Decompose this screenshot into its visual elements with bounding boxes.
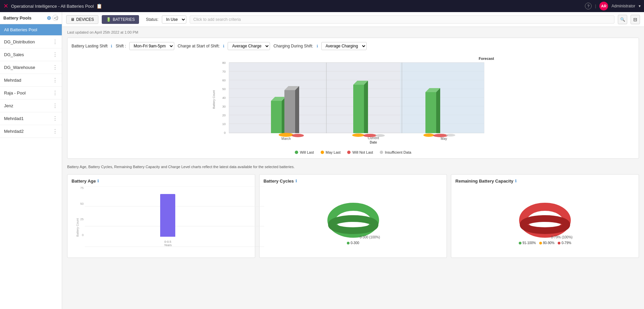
svg-marker-37 [364,81,368,133]
item-menu-dots[interactable]: ⋮ [52,64,58,71]
x-axis-title: Years [85,243,251,247]
svg-rect-41 [425,92,436,133]
svg-text:30: 30 [222,105,225,108]
svg-point-52 [331,219,375,231]
add-pool-icon[interactable]: ⊕ [47,15,51,21]
remaining-capacity-info[interactable]: ℹ [515,179,516,183]
sidebar-header-icons: ⊕ ◁ [47,15,58,21]
devices-tab[interactable]: 🖥 DEVICES [66,15,98,24]
status-select[interactable]: In Use [162,15,186,24]
cycles-legend: 0-300 [347,241,359,245]
legend-label: Will Last [300,150,314,154]
legend-dot [558,242,560,244]
item-menu-dots[interactable]: ⋮ [52,90,58,96]
sidebar-item-label: Mehrdad [4,78,21,83]
charge-start-select[interactable]: Average Charge [228,42,270,50]
svg-text:80: 80 [222,61,225,65]
legend-dot [347,151,351,154]
sidebar-item-mehrdad2[interactable]: Mehrdad2⋮ [0,125,62,138]
svg-marker-43 [436,88,440,133]
remaining-capacity-card: Remaining Battery Capacity ℹ 0-79% (100%… [451,174,639,258]
battery-age-info[interactable]: ℹ [97,179,99,183]
help-icon[interactable]: ? [585,3,592,9]
batteries-tab[interactable]: 🔋 BATTERIES [102,15,139,24]
battery-cycles-donut: 0-300 (100%) 0-300 [264,186,443,254]
sidebar: Battery Pools ⊕ ◁ All Batteries PoolDG_D… [0,12,62,309]
svg-text:50: 50 [222,87,225,91]
search-button[interactable]: 🔍 [618,15,627,24]
svg-text:Battery Count: Battery Count [212,90,216,109]
legend-item: Will Not Last [347,150,373,154]
sidebar-item-dg_warehouse[interactable]: DG_Warehouse⋮ [0,61,62,74]
battery-cycles-card: Battery Cycles ℹ 0-300 (100%) 0-300 [259,174,447,258]
legend-label: 0-300 [351,241,359,245]
search-input[interactable]: Click to add search criteria [190,15,614,24]
status-label: Status: [146,17,158,22]
svg-text:60: 60 [222,79,225,82]
sidebar-header: Battery Pools ⊕ ◁ [0,12,62,24]
charge-start-label: Charge at Start of Shift: [178,44,220,48]
shift-select[interactable]: Mon-Fri 9am-5pm [129,42,174,50]
avatar: AR [599,2,608,10]
svg-point-46 [446,134,455,137]
share-icon[interactable]: 📋 [96,3,102,9]
item-menu-dots[interactable]: ⋮ [52,51,58,58]
battery-lasting-info[interactable]: ℹ [111,44,112,48]
close-icon[interactable]: ✕ [3,2,8,10]
sidebar-item-dg_sales[interactable]: DG_Sales⋮ [0,48,62,61]
sidebar-item-mehrdad[interactable]: Mehrdad⋮ [0,74,62,87]
item-menu-dots[interactable]: ⋮ [52,103,58,109]
collapse-icon[interactable]: ◁ [52,15,58,21]
legend-label: 0-79% [561,241,571,245]
legend-dot [321,151,324,154]
filter-button[interactable]: ⊟ [631,15,640,24]
item-menu-dots[interactable]: ⋮ [52,77,58,83]
legend-item: Insufficient Data [380,150,411,154]
sidebar-item-jenz[interactable]: Jenz⋮ [0,100,62,112]
svg-text:10: 10 [222,122,225,126]
sidebar-item-allbatteriespool[interactable]: All Batteries Pool [0,24,62,36]
cycles-legend-item: 0-300 [347,241,359,245]
legend-label: Insufficient Data [385,150,411,154]
sidebar-item-label: Raja - Pool [4,90,26,95]
capacity-legend-item: 91-100% [519,241,536,245]
filter-icon: ⊟ [633,17,637,22]
svg-marker-32 [295,86,299,133]
nav-right: ? | AR Administrator ▾ [585,2,641,10]
divider: | [595,4,596,8]
battery-cycles-info[interactable]: ℹ [295,179,297,183]
chart-legend: Will Last May Last Will Not Last Insuffi… [72,150,635,154]
sidebar-title: Battery Pools [3,15,32,21]
svg-text:40: 40 [222,96,225,100]
svg-text:70: 70 [222,70,225,73]
capacity-donut-svg [518,195,572,242]
charge-start-info[interactable]: ℹ [223,44,224,48]
svg-text:20: 20 [222,114,225,117]
devices-icon: 🖥 [71,17,75,22]
svg-rect-35 [353,85,364,133]
svg-point-33 [279,133,293,137]
item-menu-dots[interactable]: ⋮ [52,128,58,134]
sidebar-item-raja-pool[interactable]: Raja - Pool⋮ [0,87,62,100]
top-nav: ✕ Operational Intelligence - All Batteri… [0,0,644,12]
bar-chart-svg: 0 10 20 30 40 50 60 70 80 Battery Count [209,56,498,147]
charging-during-info[interactable]: ℹ [317,44,318,48]
svg-point-40 [375,134,385,137]
app-title: Operational Intelligence - All Batteries… [11,4,94,9]
forecast-label: Forecast [479,56,494,61]
svg-rect-30 [284,90,295,133]
svg-point-38 [352,133,364,137]
cycles-outside-label: 0-300 (100%) [360,235,380,239]
legend-label: 80-90% [543,241,554,245]
legend-dot [519,242,521,244]
svg-rect-27 [271,101,282,133]
charging-during-select[interactable]: Average Charging [321,42,367,50]
item-menu-dots[interactable]: ⋮ [52,115,58,122]
item-menu-dots[interactable]: ⋮ [52,39,58,45]
capacity-outside-label: 0-79% (100%) [551,235,572,239]
info-bar: Battery Age, Battery Cycles, Remaining B… [67,163,639,171]
dropdown-arrow[interactable]: ▾ [639,4,641,8]
sidebar-item-mehrdad1[interactable]: Mehrdad1⋮ [0,112,62,125]
sidebar-item-dg_distribution[interactable]: DG_Distribution⋮ [0,36,62,48]
capacity-legend-item: 0-79% [558,241,571,245]
